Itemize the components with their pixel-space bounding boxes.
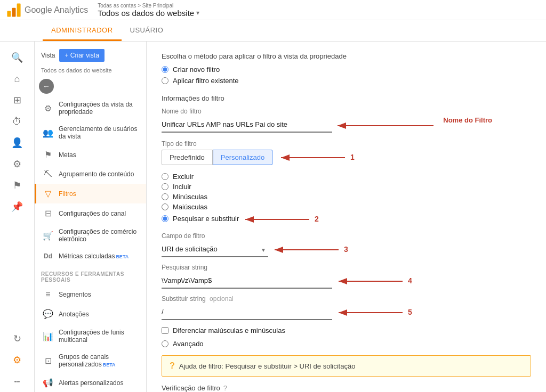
tab-admin[interactable]: ADMINISTRADOR	[43, 21, 122, 41]
substituir-row: 5	[162, 305, 531, 320]
sidebar-item-agrupamento[interactable]: ⛏ Agrupamento de conteúdo	[35, 165, 146, 184]
sidebar-item-anotacoes[interactable]: 💬 Anotações	[35, 304, 146, 324]
filter-type-buttons: Predefinido Personalizado	[162, 150, 272, 165]
choose-method-title: Escolha o método para aplicar o filtro à…	[162, 52, 531, 60]
users-icon: 👥	[43, 128, 53, 138]
sidebar-item-canal[interactable]: ⊟ Configurações do canal	[35, 203, 146, 223]
btn-personalizado[interactable]: Personalizado	[213, 150, 272, 165]
pin-icon[interactable]: 📌	[6, 196, 28, 217]
diferenciar-checkbox-label[interactable]: Diferenciar maiúsculas e minúsculas	[162, 326, 531, 334]
user-icon[interactable]: 👤	[6, 132, 28, 153]
svg-rect-1	[12, 7, 16, 17]
arrow-nome-filtro	[332, 119, 439, 132]
radio-excluir[interactable]: Excluir	[162, 173, 531, 181]
btn-predefinido[interactable]: Predefinido	[162, 150, 213, 165]
segmentos-icon: ≡	[43, 290, 53, 299]
radio-incluir[interactable]: Incluir	[162, 183, 531, 191]
alertas-icon: 📢	[43, 378, 53, 388]
campo-filtro-section: Campo de filtro URI de solicitação URL c…	[162, 232, 531, 257]
settings2-icon[interactable]: ⚙	[6, 153, 28, 175]
funis-icon: 📊	[43, 331, 53, 341]
tab-user[interactable]: USUÁRIO	[122, 21, 172, 41]
filter-type-label: Tipo de filtro	[162, 140, 531, 148]
radio-pesquisar-substituir[interactable]: Pesquisar e substituir	[162, 215, 239, 223]
campo-filtro-row: URI de solicitação URL completo Hostname…	[162, 242, 531, 257]
grupos-icon: ⊡	[43, 356, 53, 366]
tabbar: ADMINISTRADOR USUÁRIO	[0, 20, 546, 42]
radio-maiusculas-input[interactable]	[162, 203, 168, 210]
substituir-optional: opcional	[210, 295, 234, 303]
filter-name-input[interactable]	[162, 117, 332, 133]
dots-icon[interactable]: •••	[6, 371, 28, 392]
pesquisar-input[interactable]	[162, 273, 332, 289]
gear-bottom-icon[interactable]: ⚙	[6, 349, 28, 371]
svg-text:1: 1	[350, 153, 355, 161]
back-button[interactable]: ←	[39, 79, 54, 94]
section-title-recursos: RECURSOS E FERRAMENTAS PESSOAIS	[35, 265, 146, 285]
sidebar-item-alertas[interactable]: 📢 Alertas personalizados	[35, 373, 146, 392]
radio-pesquisar-input[interactable]	[162, 215, 168, 222]
filter-options-section: Excluir Incluir Minúsculas Maiúsculas Pe…	[162, 173, 531, 226]
pesquisar-row: 4	[162, 273, 531, 289]
verificacao-section: Verificação de filtro ? Verificar este f…	[162, 384, 531, 392]
home-icon[interactable]: ⌂	[6, 68, 28, 89]
sidebar-item-comercio[interactable]: 🛒 Configurações de comércioeletrônico	[35, 223, 146, 248]
property-name[interactable]: Todos os dados do website ▾	[98, 9, 199, 18]
radio-new-filter-input[interactable]	[162, 66, 168, 73]
filter-method-options: Criar novo filtro Aplicar filtro existen…	[162, 66, 531, 85]
sidebar-item-gerenciamento-usuarios[interactable]: 👥 Gerenciamento de usuáriosda vista	[35, 120, 146, 145]
app-title: Google Analytics	[25, 5, 88, 15]
verificacao-help-icon: ?	[223, 384, 227, 392]
flag-icon[interactable]: ⚑	[6, 175, 28, 196]
canal-icon: ⊟	[43, 208, 53, 218]
metricas-icon: Dd	[43, 252, 53, 260]
agrupamento-icon: ⛏	[43, 169, 53, 179]
svg-text:5: 5	[408, 308, 412, 316]
substituir-label: Substituir string opcional	[162, 295, 531, 303]
radio-existing-filter-input[interactable]	[162, 77, 168, 84]
sidebar-item-segmentos[interactable]: ≡ Segmentos	[35, 285, 146, 304]
search-icon[interactable]: 🔍	[6, 47, 28, 68]
svg-text:3: 3	[344, 245, 348, 254]
nome-filtro-annotation: Nome do Filtro	[443, 116, 492, 124]
ajuda-filtro-box: ? Ajuda de filtro: Pesquisar e substitui…	[162, 355, 531, 377]
arrow-3: 3	[275, 243, 371, 256]
ga-logo-icon	[6, 3, 21, 18]
sidebar-item-configuracoes-vista[interactable]: ⚙ Configurações da vista dapropriedade	[35, 96, 146, 120]
radio-maiusculas[interactable]: Maiúsculas	[162, 203, 531, 211]
arrow-5: 5	[339, 306, 435, 319]
refresh-icon[interactable]: ↻	[6, 328, 28, 349]
clock-icon[interactable]: ⏱	[6, 111, 28, 132]
todos-dados-label: Todos os dados do website	[35, 66, 146, 77]
radio-avancado[interactable]: Avançado	[162, 340, 531, 348]
main-layout: 🔍 ⌂ ⊞ ⏱ 👤 ⚙ ⚑ 📌 ↻ ⚙ ••• Vista + Criar vi…	[0, 42, 546, 392]
filter-name-label: Nome do filtro	[162, 108, 531, 115]
radio-new-filter[interactable]: Criar novo filtro	[162, 66, 531, 74]
radio-minusculas-input[interactable]	[162, 193, 168, 200]
nav-header: Vista + Criar vista	[35, 45, 146, 66]
radio-excluir-input[interactable]	[162, 173, 168, 180]
radio-incluir-input[interactable]	[162, 183, 168, 190]
radio-existing-filter[interactable]: Aplicar filtro existente	[162, 77, 531, 85]
sidebar-item-grupos[interactable]: ⊡ Grupos de canaispersonalizadosBETA	[35, 348, 146, 373]
substituir-input[interactable]	[162, 305, 332, 320]
help-circle-icon: ?	[170, 361, 175, 371]
comercio-icon: 🛒	[43, 231, 53, 241]
pesquisar-section: Pesquisar string 4	[162, 264, 531, 289]
criar-vista-button[interactable]: + Criar vista	[59, 49, 104, 62]
diferenciar-checkbox[interactable]	[162, 327, 168, 334]
breadcrumb-area: Todas as contas > Site Principal Todos o…	[98, 3, 199, 18]
filter-name-wrapper: Nome do Filtro	[162, 117, 332, 133]
radio-minusculas[interactable]: Minúsculas	[162, 193, 531, 201]
sidebar-item-funis[interactable]: 📊 Configurações de funismulticanal	[35, 324, 146, 348]
chart-icon[interactable]: ⊞	[6, 89, 28, 111]
nav-sidebar: Vista + Criar vista Todos os dados do we…	[35, 42, 147, 392]
sidebar-item-filtros[interactable]: ▽ Filtros	[35, 184, 146, 203]
radio-avancado-input[interactable]	[162, 340, 168, 347]
sidebar-item-metas[interactable]: ⚑ Metas	[35, 145, 146, 165]
filter-method-section: Escolha o método para aplicar o filtro à…	[162, 52, 531, 85]
svg-rect-2	[17, 3, 21, 17]
sidebar-item-metricas[interactable]: Dd Métricas calculadasBETA	[35, 248, 146, 265]
arrow-2: 2	[245, 213, 341, 226]
campo-filtro-select[interactable]: URI de solicitação URL completo Hostname	[162, 242, 268, 257]
